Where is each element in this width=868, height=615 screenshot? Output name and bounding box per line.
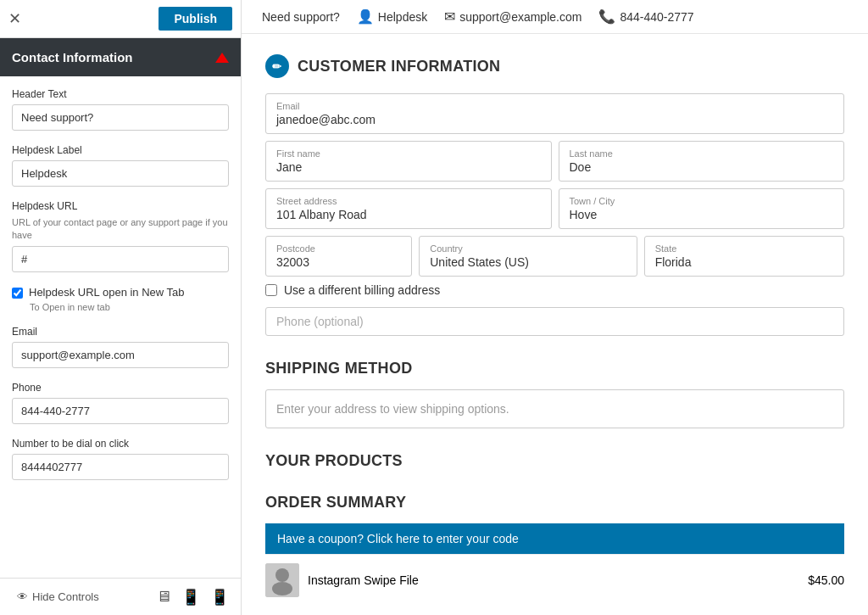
product-info: Instagram Swipe File: [265, 563, 419, 597]
helpdesk-label: Helpdesk: [378, 10, 427, 24]
field-group-email: Email: [12, 326, 229, 368]
phone-link[interactable]: 📞 844-440-2777: [598, 8, 693, 25]
sidebar-footer: 👁 Hide Controls 🖥 📱 📱: [0, 578, 241, 615]
product-row: Instagram Swipe File $45.00: [265, 554, 844, 606]
country-field[interactable]: Country United States (US): [419, 236, 637, 277]
field-group-helpdesk-label: Helpdesk Label: [12, 144, 229, 187]
field-group-dial: Number to be dial on click: [12, 438, 229, 480]
helpdesk-link[interactable]: 👤 Helpdesk: [357, 8, 427, 25]
helpdesk-newtab-sublabel: To Open in new tab: [30, 302, 229, 312]
customer-info-title: CUSTOMER INFORMATION: [298, 58, 500, 75]
svg-point-2: [272, 582, 292, 595]
helpdesk-url-label: Helpdesk URL: [12, 200, 229, 212]
svg-point-1: [275, 568, 289, 582]
sidebar: ✕ Publish Contact Information Header Tex…: [0, 0, 242, 615]
state-field[interactable]: State Florida: [644, 236, 844, 277]
location-row: Postcode 32003 Country United States (US…: [265, 236, 844, 277]
mobile-icon[interactable]: 📱: [210, 588, 229, 607]
helpdesk-label-label: Helpdesk Label: [12, 144, 229, 156]
first-name-value: Jane: [276, 160, 302, 174]
email-field-value: janedoe@abc.com: [276, 113, 376, 126]
arrow-up-icon: [215, 53, 229, 63]
street-value: 101 Albany Road: [276, 208, 367, 221]
customer-info-section: ✏ CUSTOMER INFORMATION Email janedoe@abc…: [265, 54, 844, 336]
last-name-field[interactable]: Last name Doe: [559, 141, 845, 182]
topbar: Need support? 👤 Helpdesk ✉ support@examp…: [242, 0, 868, 34]
support-text: Need support?: [262, 10, 340, 24]
email-icon: ✉: [444, 8, 455, 25]
email-field-label: Email: [276, 101, 833, 111]
phone-input[interactable]: [12, 398, 229, 424]
first-name-label: First name: [276, 148, 541, 159]
field-group-helpdesk-checkbox: Helpdesk URL open in New Tab To Open in …: [12, 286, 229, 312]
city-field[interactable]: Town / City Hove: [559, 188, 845, 229]
coupon-bar[interactable]: Have a coupon? Click here to enter your …: [265, 523, 844, 554]
order-summary-section: ORDER SUMMARY Have a coupon? Click here …: [265, 494, 844, 606]
phone-icon: 📞: [598, 8, 615, 25]
topbar-phone: 844-440-2777: [620, 10, 693, 24]
street-label: Street address: [276, 196, 541, 206]
country-value: United States (US): [430, 255, 529, 269]
products-section: YOUR PRODUCTS: [265, 452, 844, 470]
state-value: Florida: [655, 255, 692, 269]
billing-checkbox[interactable]: [265, 284, 277, 296]
address-row: Street address 101 Albany Road Town / Ci…: [265, 188, 844, 229]
sidebar-title: Contact Information: [12, 50, 133, 64]
phone-optional-field[interactable]: Phone (optional): [265, 307, 844, 336]
phone-placeholder: Phone (optional): [276, 315, 364, 328]
helpdesk-checkbox-row: Helpdesk URL open in New Tab: [12, 286, 229, 299]
customer-info-heading: ✏ CUSTOMER INFORMATION: [265, 54, 844, 78]
last-name-label: Last name: [570, 148, 834, 159]
email-label: Email: [12, 326, 229, 338]
publish-button[interactable]: Publish: [159, 7, 232, 31]
first-name-field[interactable]: First name Jane: [265, 141, 552, 182]
close-icon[interactable]: ✕: [8, 9, 21, 28]
helpdesk-newtab-label: Helpdesk URL open in New Tab: [29, 286, 185, 299]
postcode-value: 32003: [276, 255, 309, 269]
phone-label: Phone: [12, 382, 229, 394]
main-content: Need support? 👤 Helpdesk ✉ support@examp…: [242, 0, 868, 615]
city-label: Town / City: [570, 196, 834, 206]
header-text-label: Header Text: [12, 88, 229, 100]
sidebar-scroll: Header Text Helpdesk Label Helpdesk URL …: [0, 76, 241, 578]
hide-controls-label: Hide Controls: [32, 590, 99, 603]
city-value: Hove: [570, 208, 598, 221]
state-label: State: [655, 243, 833, 254]
product-price: $45.00: [808, 573, 844, 587]
last-name-value: Doe: [570, 160, 592, 174]
shipping-section: SHIPPING METHOD Enter your address to vi…: [265, 360, 844, 428]
header-text-input[interactable]: [12, 104, 229, 131]
helpdesk-newtab-checkbox[interactable]: [12, 288, 23, 299]
shipping-heading: SHIPPING METHOD: [265, 360, 844, 377]
helpdesk-url-input[interactable]: [12, 246, 229, 272]
name-row: First name Jane Last name Doe: [265, 141, 844, 182]
country-label: Country: [430, 243, 626, 254]
field-group-header-text: Header Text: [12, 88, 229, 131]
person-icon: 👤: [357, 8, 374, 25]
email-link[interactable]: ✉ support@example.com: [444, 8, 581, 25]
helpdesk-url-hint: URL of your contact page or any support …: [12, 216, 229, 243]
sidebar-header: Contact Information: [0, 38, 241, 76]
desktop-icon[interactable]: 🖥: [156, 588, 171, 607]
product-thumbnail: [265, 563, 299, 597]
pencil-icon: ✏: [265, 54, 289, 78]
email-field[interactable]: Email janedoe@abc.com: [265, 93, 844, 134]
street-field[interactable]: Street address 101 Albany Road: [265, 188, 552, 229]
products-heading: YOUR PRODUCTS: [265, 452, 844, 470]
postcode-field[interactable]: Postcode 32003: [265, 236, 412, 277]
field-group-helpdesk-url: Helpdesk URL URL of your contact page or…: [12, 200, 229, 272]
helpdesk-label-input[interactable]: [12, 160, 229, 187]
dial-input[interactable]: [12, 454, 229, 480]
billing-checkbox-row: Use a different billing address: [265, 283, 844, 297]
hide-controls-button[interactable]: 👁 Hide Controls: [12, 587, 104, 607]
shipping-placeholder: Enter your address to view shipping opti…: [265, 389, 844, 428]
field-group-phone: Phone: [12, 382, 229, 424]
order-summary-heading: ORDER SUMMARY: [265, 494, 844, 512]
tablet-icon[interactable]: 📱: [181, 588, 200, 607]
postcode-label: Postcode: [276, 243, 401, 254]
email-input[interactable]: [12, 342, 229, 368]
topbar-email: support@example.com: [459, 10, 581, 24]
product-name: Instagram Swipe File: [308, 573, 419, 587]
page-content: ✏ CUSTOMER INFORMATION Email janedoe@abc…: [242, 34, 868, 615]
billing-checkbox-label: Use a different billing address: [284, 283, 440, 297]
